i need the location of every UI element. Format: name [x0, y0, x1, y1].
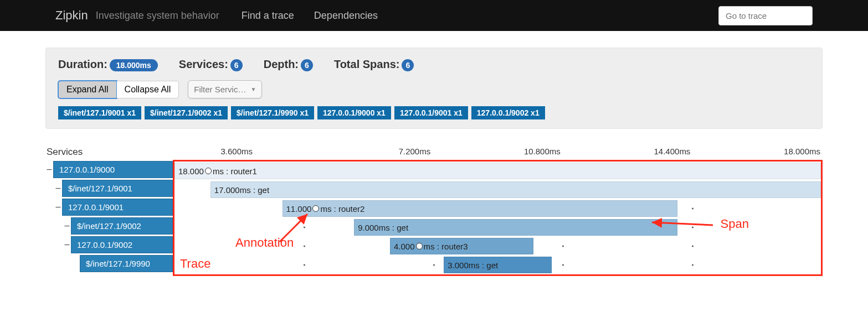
service-row: –$/inet/127.1/9002: [45, 216, 173, 235]
span-row: 11.000ms : router2: [174, 199, 821, 218]
service-label[interactable]: $/inet/127.1/9002: [71, 217, 173, 235]
span-row: 4.000ms : router3: [174, 237, 821, 256]
time-axis-tick: 10.800ms: [433, 147, 563, 160]
span-bar[interactable]: 11.000ms : router2: [283, 200, 677, 217]
annotation-dot-icon: [416, 243, 423, 249]
service-tag[interactable]: 127.0.0.1/9001 x1: [394, 106, 468, 119]
span-bar[interactable]: 9.000ms : get: [354, 219, 677, 236]
services-header: Services: [45, 147, 173, 160]
service-tag[interactable]: 127.0.0.1/9002 x1: [471, 106, 545, 119]
annotation-dot-icon: [205, 168, 212, 174]
span-row: 9.000ms : get: [174, 218, 821, 237]
total-spans-label: Total Spans:: [334, 58, 400, 70]
tree-toggle[interactable]: –: [54, 183, 62, 193]
span-row: 18.000ms : router1: [174, 162, 821, 180]
tree-toggle[interactable]: –: [63, 240, 71, 249]
trace-summary-card: Duration: 18.000ms Services: 6 Depth: 6 …: [45, 48, 823, 129]
service-row: –$/inet/127.1/9001: [45, 179, 173, 197]
service-tag[interactable]: 127.0.0.1/9000 x1: [317, 106, 391, 119]
chevron-down-icon: ▼: [250, 86, 256, 92]
tree-toggle[interactable]: –: [45, 164, 53, 174]
brand-tagline: Investigate system behavior: [96, 10, 219, 22]
service-label[interactable]: $/inet/127.1/9001: [62, 180, 173, 197]
service-label[interactable]: $/inet/127.1/9990: [80, 255, 173, 272]
service-label[interactable]: 127.0.0.1/9001: [62, 199, 173, 216]
span-bar[interactable]: 4.000ms : router3: [390, 238, 533, 254]
span-row: 17.000ms : get: [174, 180, 821, 199]
span-bar[interactable]: 3.000ms : get: [444, 257, 552, 273]
total-spans-badge: 6: [402, 59, 414, 71]
service-tag[interactable]: $/inet/127.1/9001 x1: [58, 106, 141, 119]
tree-toggle[interactable]: –: [63, 221, 71, 231]
top-navbar: Zipkin Investigate system behavior Find …: [0, 0, 868, 31]
duration-badge: 18.000ms: [110, 59, 158, 71]
service-row: –127.0.0.1/9000: [45, 160, 173, 179]
depth-label: Depth:: [264, 58, 299, 70]
service-row: –127.0.0.1/9001: [45, 197, 173, 216]
service-label[interactable]: 127.0.0.1/9002: [71, 236, 173, 253]
span-row: 3.000ms : get: [174, 256, 821, 274]
span-bar[interactable]: 18.000ms : router1: [174, 163, 821, 179]
services-badge: 6: [230, 59, 243, 71]
time-axis-tick: 14.400ms: [563, 147, 693, 160]
time-axis-tick: 18.000ms: [692, 147, 823, 160]
tree-toggle[interactable]: –: [54, 202, 62, 212]
depth-badge: 6: [301, 59, 313, 71]
collapse-all-button[interactable]: Collapse All: [117, 81, 179, 98]
brand-title[interactable]: Zipkin: [55, 8, 88, 23]
time-axis-tick: 7.200ms: [303, 147, 433, 160]
services-label: Services:: [179, 58, 228, 70]
nav-find-trace[interactable]: Find a trace: [242, 10, 294, 22]
service-row: –127.0.0.1/9002: [45, 235, 173, 254]
span-bar[interactable]: 17.000ms : get: [210, 181, 821, 198]
nav-dependencies[interactable]: Dependencies: [314, 10, 378, 22]
service-tag[interactable]: $/inet/127.1/9002 x1: [145, 106, 228, 119]
service-label[interactable]: 127.0.0.1/9000: [53, 161, 173, 178]
annotation-dot-icon: [312, 205, 319, 212]
filter-service-label: Filter Servic…: [194, 85, 246, 94]
expand-all-button[interactable]: Expand All: [58, 81, 117, 98]
service-row: $/inet/127.1/9990: [45, 254, 173, 273]
service-tag[interactable]: $/inet/127.1/9990 x1: [231, 106, 314, 119]
time-axis-tick: 3.600ms: [173, 147, 303, 160]
duration-label: Duration:: [58, 58, 107, 70]
goto-trace-input[interactable]: [718, 6, 813, 25]
filter-service-select[interactable]: Filter Servic… ▼: [188, 80, 262, 98]
trace-gantt-area: 18.000ms : router117.000ms : get11.000ms…: [173, 160, 823, 276]
